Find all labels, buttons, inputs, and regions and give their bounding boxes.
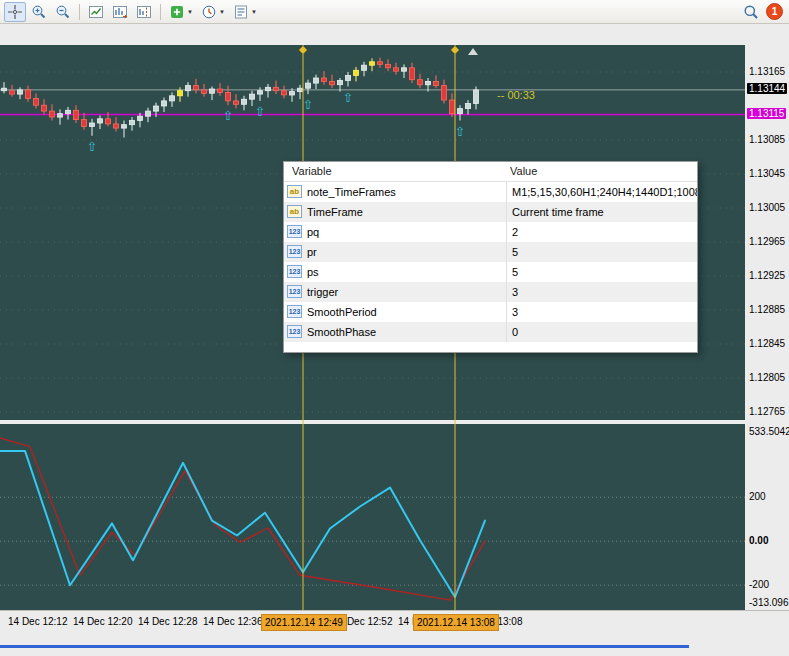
zoom-out-button[interactable] — [52, 2, 74, 22]
candle-body — [474, 90, 479, 104]
param-value[interactable]: 5 — [506, 262, 697, 282]
vline-time-badge[interactable]: 2021.12.14 13:08 — [413, 614, 499, 631]
param-row-trigger[interactable]: 123trigger3 — [284, 282, 697, 302]
param-value[interactable]: Current time frame — [506, 202, 697, 222]
indicator-parameters-panel[interactable]: Variable Value abnote_TimeFramesM1;5,15,… — [283, 161, 698, 353]
param-row-ps[interactable]: 123ps5 — [284, 262, 697, 282]
indicator-scale-label: 200 — [749, 491, 766, 502]
candle-body — [162, 101, 167, 106]
candle-body — [34, 98, 39, 105]
number-param-icon: 123 — [287, 265, 302, 278]
candle-countdown-label: -- 00:33 — [497, 89, 535, 101]
candle-body — [378, 62, 383, 65]
param-name: SmoothPhase — [307, 326, 376, 338]
candle-body — [458, 109, 463, 114]
price-label: 1.13045 — [749, 168, 785, 179]
param-name: trigger — [307, 286, 338, 298]
candle-body — [74, 110, 79, 119]
crosshair-button[interactable] — [4, 2, 26, 22]
clock-icon — [201, 4, 217, 20]
buy-arrow-icon: ⇧ — [303, 97, 314, 112]
template-icon — [233, 4, 249, 20]
number-param-icon: 123 — [287, 285, 302, 298]
candle-body — [354, 70, 359, 75]
candle-body — [362, 65, 367, 70]
chart-shift-button[interactable] — [133, 2, 155, 22]
candle-body — [442, 86, 447, 100]
candle-body — [178, 91, 183, 96]
param-row-SmoothPhase[interactable]: 123SmoothPhase0 — [284, 322, 697, 342]
param-name: note_TimeFrames — [307, 186, 396, 198]
candle-body — [426, 81, 431, 84]
param-name: SmoothPeriod — [307, 306, 377, 318]
param-value[interactable]: 5 — [506, 242, 697, 262]
buy-arrow-icon: ⇧ — [223, 108, 234, 123]
auto-scroll-button[interactable] — [109, 2, 131, 22]
candle-body — [26, 90, 31, 99]
search-button[interactable] — [740, 2, 762, 22]
search-icon — [743, 4, 759, 20]
param-value[interactable]: M1;5,15,30,60H1;240H4;1440D1;10080 — [506, 182, 697, 202]
column-header-value: Value — [510, 162, 537, 181]
number-param-icon: 123 — [287, 305, 302, 318]
param-value[interactable]: 3 — [506, 282, 697, 302]
price-label: 1.12805 — [749, 372, 785, 383]
candle-body — [218, 89, 223, 92]
templates-button[interactable]: ▼ — [230, 2, 260, 22]
parameters-rows: abnote_TimeFramesM1;5,15,30,60H1;240H4;1… — [284, 182, 697, 342]
chevron-down-icon: ▼ — [187, 9, 193, 15]
candle-body — [186, 86, 191, 91]
param-value[interactable]: 2 — [506, 222, 697, 242]
param-name: TimeFrame — [307, 206, 363, 218]
chart-toolbar: ▼ ▼ ▼ 1 — [0, 0, 789, 24]
param-row-note_TimeFrames[interactable]: abnote_TimeFramesM1;5,15,30,60H1;240H4;1… — [284, 182, 697, 202]
vline-time-badge[interactable]: 2021.12.14 12:49 — [261, 614, 347, 631]
param-name: ps — [307, 266, 319, 278]
param-row-pq[interactable]: 123pq2 — [284, 222, 697, 242]
param-row-TimeFrame[interactable]: abTimeFrameCurrent time frame — [284, 202, 697, 222]
add-indicator-button[interactable]: ▼ — [166, 2, 196, 22]
param-row-SmoothPeriod[interactable]: 123SmoothPeriod3 — [284, 302, 697, 322]
candle-body — [154, 106, 159, 111]
zoom-out-icon — [55, 4, 71, 20]
param-value[interactable]: 3 — [506, 302, 697, 322]
param-row-pr[interactable]: 123pr5 — [284, 242, 697, 262]
candle-body — [106, 119, 111, 124]
candle-body — [266, 87, 271, 90]
number-param-icon: 123 — [287, 245, 302, 258]
candle-body — [202, 90, 207, 93]
auto-scroll-icon — [112, 4, 128, 20]
candle-body — [466, 104, 471, 109]
param-value[interactable]: 0 — [506, 322, 697, 342]
indicator-scale-label: 533.5042 — [749, 426, 789, 437]
candle-body — [434, 81, 439, 85]
price-label: 1.12965 — [749, 236, 785, 247]
candle-body — [394, 68, 399, 71]
candle-body — [274, 87, 279, 90]
candle-body — [90, 123, 95, 126]
time-label: 14 Dec 12:20 — [73, 616, 133, 627]
new-chart-button[interactable] — [85, 2, 107, 22]
candle-body — [386, 64, 391, 67]
string-param-icon: ab — [287, 205, 302, 218]
bottom-blue-line — [0, 645, 689, 648]
candle-body — [410, 68, 415, 80]
buy-arrow-icon: ⇧ — [343, 90, 354, 105]
candle-body — [130, 121, 135, 125]
toolbar-right-group: 1 — [739, 2, 786, 22]
time-label: 14 Dec 12:12 — [8, 616, 68, 627]
candle-body — [18, 90, 23, 94]
candle-body — [50, 111, 55, 117]
add-indicator-icon — [169, 4, 185, 20]
notification-badge[interactable]: 1 — [766, 3, 783, 20]
timeframes-button[interactable]: ▼ — [198, 2, 228, 22]
oscillator-pane[interactable] — [0, 424, 745, 610]
zoom-in-button[interactable] — [28, 2, 50, 22]
magenta-level-badge[interactable]: 1.13115 — [747, 108, 786, 119]
time-label: 14 Dec 12:36 — [203, 616, 263, 627]
candle-body — [250, 94, 255, 99]
indicator-scale-label: -200 — [749, 579, 769, 590]
candle-body — [306, 83, 311, 88]
indicator-scale-label: -313.096 — [749, 597, 788, 608]
candle-body — [346, 75, 351, 80]
